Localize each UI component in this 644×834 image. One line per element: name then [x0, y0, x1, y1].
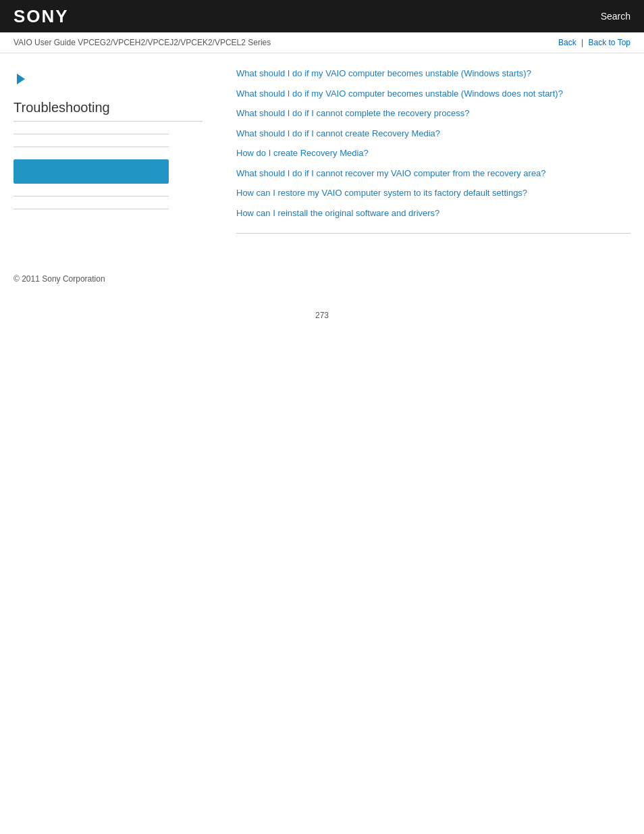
- nav-separator: |: [581, 38, 583, 47]
- sidebar-line-2: [14, 147, 169, 147]
- content-link-2[interactable]: What should I do if my VAIO computer bec…: [236, 88, 563, 99]
- list-item: What should I do if my VAIO computer bec…: [236, 67, 630, 80]
- sidebar-line-1: [14, 134, 169, 134]
- content-area: What should I do if my VAIO computer bec…: [216, 67, 630, 247]
- list-item: How can I reinstall the original softwar…: [236, 207, 630, 220]
- nav-links: Back | Back to Top: [558, 38, 630, 47]
- sidebar-highlight-box[interactable]: [14, 159, 169, 184]
- sidebar: Troubleshooting: [14, 67, 216, 247]
- content-links-list: What should I do if my VAIO computer bec…: [236, 67, 630, 219]
- list-item: How can I restore my VAIO computer syste…: [236, 186, 630, 200]
- list-item: How do I create Recovery Media?: [236, 147, 630, 160]
- content-link-4[interactable]: What should I do if I cannot create Reco…: [236, 128, 440, 138]
- main-content: Troubleshooting What should I do if my V…: [0, 53, 644, 261]
- header-bar: SONY Search: [0, 0, 644, 32]
- content-divider: [236, 233, 630, 234]
- list-item: What should I do if I cannot complete th…: [236, 107, 630, 120]
- sidebar-section-title: Troubleshooting: [14, 100, 203, 122]
- breadcrumb-bar: VAIO User Guide VPCEG2/VPCEH2/VPCEJ2/VPC…: [0, 32, 644, 53]
- sidebar-line-3: [14, 196, 169, 197]
- sidebar-line-4: [14, 209, 169, 209]
- content-link-5[interactable]: How do I create Recovery Media?: [236, 148, 369, 158]
- copyright-text: © 2011 Sony Corporation: [14, 274, 105, 284]
- chevron-right-icon: [17, 74, 25, 84]
- footer: © 2011 Sony Corporation: [0, 261, 644, 297]
- list-item: What should I do if I cannot create Reco…: [236, 127, 630, 140]
- content-link-3[interactable]: What should I do if I cannot complete th…: [236, 108, 469, 118]
- list-item: What should I do if my VAIO computer bec…: [236, 87, 630, 101]
- back-to-top-link[interactable]: Back to Top: [589, 38, 630, 47]
- content-link-8[interactable]: How can I reinstall the original softwar…: [236, 208, 439, 218]
- back-link[interactable]: Back: [558, 38, 576, 47]
- sony-logo: SONY: [14, 6, 69, 27]
- content-link-7[interactable]: How can I restore my VAIO computer syste…: [236, 188, 527, 198]
- content-link-6[interactable]: What should I do if I cannot recover my …: [236, 168, 546, 178]
- search-button[interactable]: Search: [601, 11, 630, 22]
- page-number: 273: [0, 297, 644, 334]
- content-link-1[interactable]: What should I do if my VAIO computer bec…: [236, 68, 531, 78]
- list-item: What should I do if I cannot recover my …: [236, 167, 630, 180]
- breadcrumb-text: VAIO User Guide VPCEG2/VPCEH2/VPCEJ2/VPC…: [14, 38, 271, 47]
